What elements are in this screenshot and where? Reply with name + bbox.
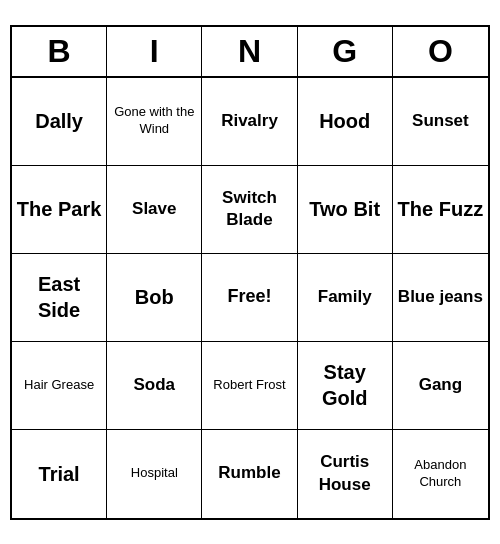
bingo-cell-10: East Side [12,254,107,342]
header-letter-b: B [12,27,107,76]
bingo-cell-23: Curtis House [298,430,393,518]
bingo-cell-5: The Park [12,166,107,254]
bingo-cell-2: Rivalry [202,78,297,166]
bingo-header: BINGO [12,27,488,78]
bingo-cell-12: Free! [202,254,297,342]
bingo-cell-0: Dally [12,78,107,166]
bingo-cell-4: Sunset [393,78,488,166]
bingo-cell-6: Slave [107,166,202,254]
bingo-cell-7: Switch Blade [202,166,297,254]
bingo-cell-22: Rumble [202,430,297,518]
header-letter-i: I [107,27,202,76]
bingo-cell-15: Hair Grease [12,342,107,430]
header-letter-o: O [393,27,488,76]
bingo-grid: DallyGone with the WindRivalryHoodSunset… [12,78,488,518]
bingo-cell-20: Trial [12,430,107,518]
bingo-cell-16: Soda [107,342,202,430]
header-letter-n: N [202,27,297,76]
bingo-cell-1: Gone with the Wind [107,78,202,166]
bingo-cell-9: The Fuzz [393,166,488,254]
bingo-cell-24: Abandon Church [393,430,488,518]
bingo-cell-3: Hood [298,78,393,166]
bingo-cell-11: Bob [107,254,202,342]
bingo-cell-18: Stay Gold [298,342,393,430]
bingo-cell-17: Robert Frost [202,342,297,430]
bingo-cell-14: Blue jeans [393,254,488,342]
header-letter-g: G [298,27,393,76]
bingo-cell-21: Hospital [107,430,202,518]
bingo-cell-19: Gang [393,342,488,430]
bingo-card: BINGO DallyGone with the WindRivalryHood… [10,25,490,520]
bingo-cell-13: Family [298,254,393,342]
bingo-cell-8: Two Bit [298,166,393,254]
